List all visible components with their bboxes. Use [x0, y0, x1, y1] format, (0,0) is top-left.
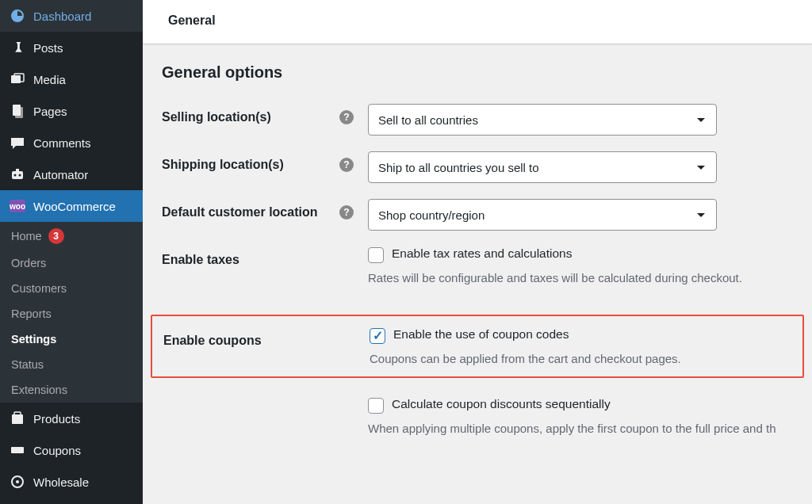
main-content: General General options Selling location…: [143, 0, 812, 504]
help-icon[interactable]: ?: [339, 205, 354, 220]
svg-point-5: [14, 174, 17, 177]
sidebar-item-label: WooCommerce: [33, 200, 116, 213]
wholesale-icon: [10, 474, 25, 490]
submenu-item-settings[interactable]: Settings: [0, 326, 143, 352]
submenu-label: Reports: [11, 307, 52, 320]
settings-tabbar: General: [143, 0, 812, 44]
admin-sidebar: Dashboard Posts Media Pages Comments Aut…: [0, 0, 143, 504]
row-shipping-location: Shipping location(s) ? Ship to all count…: [162, 151, 793, 183]
help-icon[interactable]: ?: [339, 110, 354, 124]
field-description: Coupons can be applied from the cart and…: [370, 352, 791, 365]
field-label: Enable taxes: [162, 253, 239, 267]
field-label: Shipping location(s): [162, 158, 284, 172]
checkbox-label: Calculate coupon discounts sequentially: [392, 397, 611, 411]
svg-rect-7: [16, 169, 19, 171]
submenu-label: Orders: [11, 257, 46, 269]
pin-icon: [10, 40, 25, 55]
field-description: When applying multiple coupons, apply th…: [368, 422, 793, 435]
enable-coupons-checkbox[interactable]: [370, 328, 385, 344]
sidebar-item-products[interactable]: Products: [0, 403, 143, 434]
submenu-item-extensions[interactable]: Extensions: [0, 377, 143, 403]
svg-point-12: [16, 480, 19, 483]
sidebar-item-label: Wholesale: [33, 475, 89, 489]
sidebar-item-label: Media: [33, 73, 66, 86]
sidebar-item-label: Automator: [33, 168, 88, 181]
pages-icon: [10, 103, 25, 119]
highlight-coupons: Enable coupons Enable the use of coupon …: [151, 315, 804, 378]
notification-badge: 3: [48, 228, 64, 244]
submenu-item-reports[interactable]: Reports: [0, 301, 143, 326]
field-label: Selling location(s): [162, 110, 271, 124]
submenu-item-customers[interactable]: Customers: [0, 276, 143, 301]
svg-rect-8: [12, 414, 23, 424]
sidebar-item-label: Comments: [33, 136, 91, 150]
submenu-label: Extensions: [11, 384, 67, 396]
comment-icon: [10, 135, 25, 151]
svg-rect-9: [14, 412, 21, 415]
svg-rect-3: [15, 107, 23, 118]
field-description: Rates will be configurable and taxes wil…: [368, 271, 793, 284]
row-default-customer-location: Default customer location ? Shop country…: [162, 199, 793, 231]
submenu-label: Status: [11, 358, 44, 371]
settings-panel: General options Selling location(s) ? Se…: [143, 44, 812, 504]
sidebar-item-comments[interactable]: Comments: [0, 127, 143, 158]
submenu-item-orders[interactable]: Orders: [0, 250, 143, 276]
woocommerce-submenu: Home 3 Orders Customers Reports Settings…: [0, 222, 143, 403]
row-enable-taxes: Enable taxes Enable tax rates and calcul…: [162, 246, 793, 299]
section-title: General options: [162, 63, 793, 82]
checkbox-label: Enable the use of coupon codes: [393, 327, 569, 342]
row-enable-coupons: Enable coupons Enable the use of coupon …: [163, 327, 791, 370]
submenu-item-status[interactable]: Status: [0, 352, 143, 377]
sidebar-item-label: Dashboard: [33, 10, 91, 23]
submenu-label: Customers: [11, 282, 67, 295]
selling-location-select[interactable]: Sell to all countries: [368, 104, 717, 136]
sidebar-item-posts[interactable]: Posts: [0, 32, 143, 63]
woo-icon: woo: [10, 198, 25, 214]
coupons-icon: [10, 442, 25, 458]
sidebar-item-label: Posts: [33, 41, 63, 55]
sidebar-item-coupons[interactable]: Coupons: [0, 434, 143, 466]
sidebar-item-media[interactable]: Media: [0, 63, 143, 95]
svg-rect-10: [11, 447, 24, 453]
help-icon[interactable]: ?: [339, 158, 354, 172]
sidebar-item-label: Pages: [33, 105, 67, 118]
default-location-select[interactable]: Shop country/region: [368, 199, 717, 231]
field-label: Enable coupons: [163, 334, 262, 348]
sidebar-item-dashboard[interactable]: Dashboard: [0, 0, 143, 32]
enable-taxes-checkbox[interactable]: [368, 247, 384, 263]
sidebar-item-automator[interactable]: Automator: [0, 158, 143, 190]
shipping-location-select[interactable]: Ship to all countries you sell to: [368, 151, 717, 183]
sidebar-item-pages[interactable]: Pages: [0, 95, 143, 127]
sidebar-item-label: Products: [33, 412, 80, 426]
sidebar-item-wholesale[interactable]: Wholesale: [0, 466, 143, 498]
sidebar-item-woocommerce[interactable]: woo WooCommerce: [0, 190, 143, 222]
sidebar-item-label: Coupons: [33, 444, 81, 457]
submenu-item-home[interactable]: Home 3: [0, 222, 143, 250]
sequential-coupons-checkbox[interactable]: [368, 398, 384, 414]
submenu-label: Home: [11, 230, 42, 242]
svg-rect-4: [12, 171, 23, 179]
dashboard-icon: [10, 8, 25, 24]
tab-general[interactable]: General: [162, 1, 222, 43]
checkbox-label: Enable tax rates and calculations: [392, 246, 572, 261]
products-icon: [10, 410, 25, 426]
automator-icon: [10, 166, 25, 182]
field-label: Default customer location: [162, 205, 317, 220]
media-icon: [10, 71, 25, 87]
row-selling-location: Selling location(s) ? Sell to all countr…: [162, 104, 793, 136]
svg-point-6: [19, 174, 21, 177]
submenu-label: Settings: [11, 333, 56, 346]
row-coupon-sequential: Calculate coupon discounts sequentially …: [162, 397, 793, 449]
